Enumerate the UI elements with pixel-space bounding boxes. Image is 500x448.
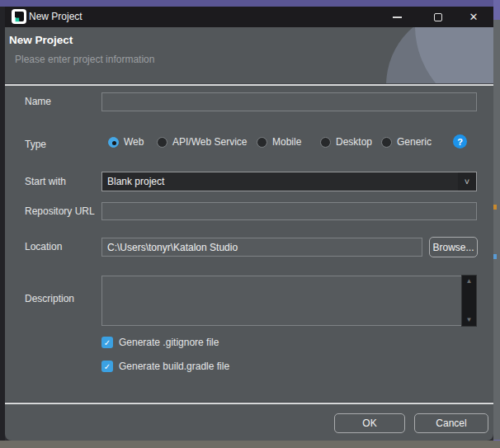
name-input[interactable] xyxy=(101,92,477,111)
minimize-icon xyxy=(393,17,402,18)
background-artifact xyxy=(493,254,497,259)
dialog-header: New Project Please enter project informa… xyxy=(5,27,493,83)
radio-mobile[interactable]: Mobile xyxy=(257,136,301,148)
browse-button[interactable]: Browse... xyxy=(429,237,478,257)
header-decoration xyxy=(386,27,493,83)
location-label: Location xyxy=(25,241,62,252)
radio-api-icon xyxy=(157,137,167,148)
radio-generic[interactable]: Generic xyxy=(381,136,432,148)
type-label: Type xyxy=(25,139,46,150)
start-with-dropdown[interactable]: Blank project ˅ xyxy=(101,172,477,191)
description-label: Description xyxy=(25,293,74,304)
page-title: New Project xyxy=(9,34,73,46)
gradle-checkbox-row[interactable]: ✓ Generate build.gradle file xyxy=(101,361,229,372)
window-title: New Project xyxy=(29,7,83,27)
background-artifact xyxy=(493,205,497,210)
cancel-button[interactable]: Cancel xyxy=(414,413,488,433)
gitignore-checkbox-row[interactable]: ✓ Generate .gitignore file xyxy=(101,337,219,348)
gradle-checkbox[interactable]: ✓ xyxy=(101,361,113,372)
radio-generic-icon xyxy=(381,137,392,148)
radio-desktop-icon xyxy=(320,137,331,148)
scroll-down-icon[interactable]: ▼ xyxy=(462,314,476,326)
background-app-bottom-strip xyxy=(0,441,500,448)
gitignore-checkbox[interactable]: ✓ xyxy=(101,337,113,348)
gradle-label: Generate build.gradle file xyxy=(119,361,229,372)
location-input[interactable] xyxy=(101,238,422,257)
minimize-button[interactable] xyxy=(384,7,409,27)
ok-button[interactable]: OK xyxy=(334,413,405,433)
background-accent xyxy=(493,0,500,20)
repository-url-input[interactable] xyxy=(101,202,477,220)
name-label: Name xyxy=(25,96,51,107)
katalon-app-icon xyxy=(12,9,26,24)
start-with-label: Start with xyxy=(25,176,66,187)
radio-desktop[interactable]: Desktop xyxy=(320,136,372,148)
gitignore-label: Generate .gitignore file xyxy=(119,337,219,348)
help-icon[interactable]: ? xyxy=(453,134,467,149)
header-separator xyxy=(5,83,493,86)
titlebar[interactable]: New Project ✕ xyxy=(5,7,493,27)
radio-mobile-icon xyxy=(257,137,267,148)
radio-desktop-label: Desktop xyxy=(336,136,372,148)
radio-web[interactable]: Web xyxy=(108,136,144,148)
footer-separator xyxy=(5,402,493,404)
maximize-button[interactable] xyxy=(426,7,450,27)
radio-mobile-label: Mobile xyxy=(272,136,301,148)
maximize-icon xyxy=(434,13,442,21)
repository-url-label: Repository URL xyxy=(25,205,95,217)
close-button[interactable]: ✕ xyxy=(460,7,488,27)
scroll-up-icon[interactable]: ▲ xyxy=(462,276,476,287)
start-with-value: Blank project xyxy=(102,176,458,187)
radio-api-label: API/Web Service xyxy=(172,136,247,148)
description-textarea[interactable] xyxy=(101,276,461,326)
new-project-dialog: New Project ✕ New Project Please enter p… xyxy=(5,7,493,441)
background-app-top-strip xyxy=(0,0,500,7)
radio-generic-label: Generic xyxy=(397,136,432,148)
description-scrollbar[interactable]: ▲ ▼ xyxy=(461,275,477,327)
radio-api-web-service[interactable]: API/Web Service xyxy=(157,136,247,148)
page-subtitle: Please enter project information xyxy=(15,54,154,65)
background-app-right-strip xyxy=(493,0,500,448)
chevron-down-icon[interactable]: ˅ xyxy=(458,172,476,191)
radio-web-icon xyxy=(108,137,119,148)
radio-web-label: Web xyxy=(124,136,144,148)
